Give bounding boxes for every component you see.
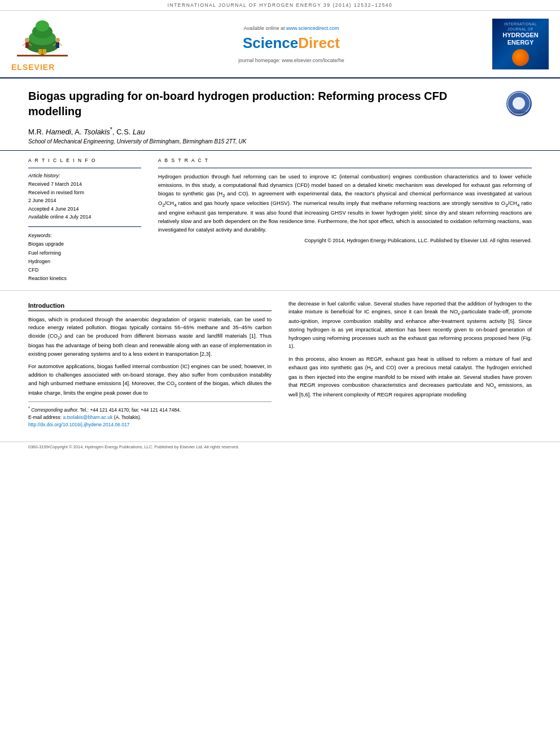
journal-cover-big-text: HYDROGEN ENERGY: [496, 32, 545, 46]
header-area: ELSEVIER Available online at www.science…: [0, 11, 560, 78]
journal-homepage: journal homepage: www.elsevier.com/locat…: [238, 58, 344, 63]
svg-point-6: [25, 38, 29, 42]
svg-text:CrossMark: CrossMark: [511, 111, 526, 114]
affiliation: School of Mechanical Engineering, Univer…: [28, 138, 532, 145]
article-title-section: Biogas upgrading for on-board hydrogen p…: [0, 78, 560, 151]
introduction-title: Introduction: [28, 302, 272, 311]
abstract-text: Hydrogen production through fuel reformi…: [158, 173, 532, 234]
header-center: Available online at www.sciencedirect.co…: [107, 25, 475, 63]
sciencedirect-logo: ScienceDirect: [243, 34, 340, 52]
available: Available online 4 July 2014: [28, 213, 141, 221]
article-info-abstract-section: A R T I C L E I N F O Article history: R…: [0, 151, 560, 290]
received1: Received 7 March 2014: [28, 180, 141, 188]
article-main-title: Biogas upgrading for on-board hydrogen p…: [28, 89, 501, 119]
divider-1: [28, 168, 141, 168]
elsevier-tree-icon: [11, 16, 73, 62]
right-para1: the decrease in fuel calorific value. Se…: [288, 300, 532, 351]
main-two-col: Introduction Biogas, which is produced t…: [28, 300, 532, 429]
footnote-area: * Corresponding author. Tel.: +44 121 41…: [28, 401, 272, 429]
footnote-corresponding: * Corresponding author. Tel.: +44 121 41…: [28, 405, 272, 414]
elsevier-logo: ELSEVIER: [11, 16, 102, 72]
abstract-col: A B S T R A C T Hydrogen production thro…: [158, 158, 532, 283]
main-content: Introduction Biogas, which is produced t…: [0, 291, 560, 438]
received-revised: 2 June 2014: [28, 196, 141, 204]
footer-bar: 0360-3199/Copyright © 2014, Hydrogen Ene…: [0, 442, 560, 452]
crossmark-area: CrossMark: [506, 91, 532, 116]
footnote-doi: http://dx.doi.org/10.1016/j.ijhydene.201…: [28, 421, 272, 429]
article-info-col: A R T I C L E I N F O Article history: R…: [28, 158, 141, 283]
intro-para2: For automotive applications, biogas fuel…: [28, 362, 272, 397]
right-para2: In this process, also known as REGR, exh…: [288, 355, 532, 399]
main-left-col: Introduction Biogas, which is produced t…: [28, 300, 272, 429]
journal-cover-top-text: International Journal of: [496, 22, 545, 32]
email-link[interactable]: a.tsolakis@bham.ac.uk: [63, 414, 112, 420]
svg-line-8: [23, 43, 25, 46]
keywords-label: Keywords:: [28, 233, 141, 238]
keyword-1: Fuel reforming: [28, 249, 141, 257]
svg-line-13: [59, 43, 62, 46]
accepted: Accepted 4 June 2014: [28, 205, 141, 213]
intro-para1: Biogas, which is produced through the an…: [28, 316, 272, 359]
journal-cover: International Journal of HYDROGEN ENERGY: [492, 19, 549, 69]
svg-point-5: [36, 20, 49, 32]
main-right-col: the decrease in fuel calorific value. Se…: [288, 300, 532, 429]
article-info-label: A R T I C L E I N F O: [28, 158, 141, 163]
abstract-label: A B S T R A C T: [158, 158, 532, 163]
received-revised-label: Received in revised form: [28, 189, 141, 196]
header-right: International Journal of HYDROGEN ENERGY: [481, 19, 549, 69]
svg-rect-7: [25, 42, 29, 48]
keyword-2: Hydrogen: [28, 257, 141, 266]
crossmark-icon: CrossMark: [506, 91, 532, 116]
available-online: Available online at www.sciencedirect.co…: [244, 25, 339, 31]
divider-3: [158, 168, 532, 168]
elsevier-text: ELSEVIER: [11, 63, 55, 72]
journal-bar: INTERNATIONAL JOURNAL OF HYDROGEN ENERGY…: [0, 0, 560, 11]
journal-cover-circle-icon: [512, 49, 529, 66]
copyright-text: Copyright © 2014, Hydrogen Energy Public…: [158, 237, 532, 245]
keyword-0: Biogas upgrade: [28, 240, 141, 248]
journal-bar-text: INTERNATIONAL JOURNAL OF HYDROGEN ENERGY…: [168, 2, 393, 8]
doi-link[interactable]: http://dx.doi.org/10.1016/j.ijhydene.201…: [28, 422, 130, 427]
keyword-3: CFD: [28, 266, 141, 274]
sciencedirect-url[interactable]: www.sciencedirect.com: [286, 25, 339, 31]
crossmark-svg: CrossMark: [506, 91, 532, 116]
history-label: Article history:: [28, 173, 141, 178]
article-title-row: Biogas upgrading for on-board hydrogen p…: [28, 89, 532, 119]
svg-rect-11: [56, 42, 59, 48]
divider-2: [28, 226, 141, 227]
keyword-4: Reaction kinetics: [28, 274, 141, 283]
svg-point-10: [55, 38, 60, 42]
authors: M.R. Hamedi, A. Tsolakis*, C.S. Lau: [28, 126, 532, 136]
footnote-email: E-mail address: a.tsolakis@bham.ac.uk (A…: [28, 414, 272, 421]
elsevier-logo-area: ELSEVIER: [11, 16, 102, 72]
footer-text: 0360-3199/Copyright © 2014, Hydrogen Ene…: [28, 444, 532, 449]
